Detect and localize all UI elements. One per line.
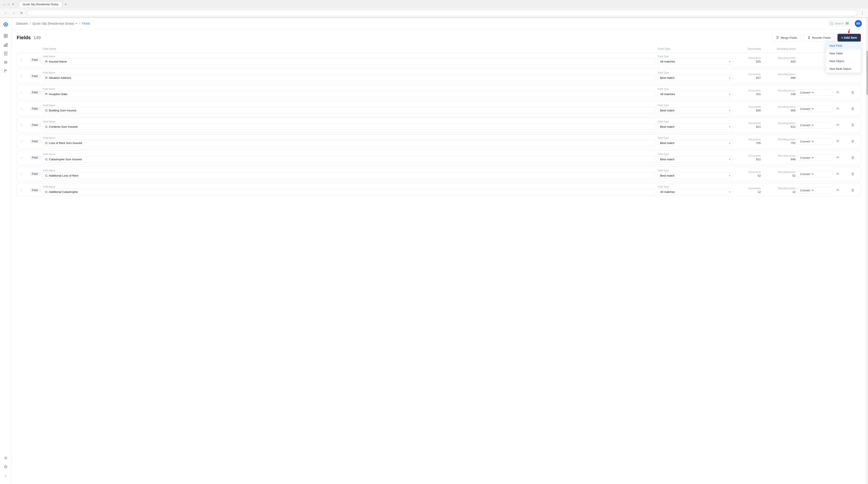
field-type-select[interactable]: Best matchAll matches (658, 74, 733, 81)
field-type-select[interactable]: Best matchAll matches (658, 156, 733, 162)
new-tab-button[interactable]: + (63, 2, 68, 7)
field-name-input[interactable] (43, 91, 656, 97)
close-button[interactable]: ✕ (11, 3, 14, 6)
field-name-col: Field Name (43, 55, 656, 65)
field-row: Field Field Name Field Type All matchesB… (17, 85, 861, 100)
convert-button[interactable]: Convert (797, 106, 833, 112)
avatar[interactable]: BB (855, 20, 862, 27)
forward-button[interactable]: → (10, 10, 17, 16)
convert-button[interactable]: Convert (797, 155, 833, 161)
field-name-input[interactable] (43, 140, 656, 146)
convert-button[interactable]: Convert (797, 138, 833, 145)
svg-point-54 (21, 189, 21, 190)
svg-point-29 (22, 77, 23, 77)
field-type-col: Field Type Best matchAll matches (658, 71, 733, 81)
reorder-fields-button[interactable]: Reorder Fields (804, 34, 835, 41)
delete-button[interactable]: 🗑 (849, 122, 856, 129)
field-type-select[interactable]: All matchesBest match (658, 189, 733, 195)
field-type-select[interactable]: All matchesBest match (658, 91, 733, 97)
field-type-select[interactable]: All matchesBest match (658, 58, 733, 65)
bounding-col: Bounding boxes 925 (763, 57, 796, 63)
dropdown-new-multi-object[interactable]: New Multi Object (826, 65, 861, 73)
address-bar[interactable] (26, 10, 858, 16)
sidebar-item-flag[interactable] (2, 67, 10, 75)
sidebar-item-list[interactable] (2, 58, 10, 66)
browser-chrome: — □ ✕ Quote Slip (Residential Strata) + … (0, 0, 868, 18)
dropdown-new-field[interactable]: New Field (826, 42, 861, 50)
merge-fields-button[interactable]: Merge Fields (772, 34, 801, 41)
search-bar[interactable]: Search ⌘/ (828, 21, 852, 26)
convert-button[interactable]: Convert (797, 171, 833, 177)
eye-button[interactable]: 👁 (834, 89, 841, 96)
delete-button[interactable]: 🗑 (849, 171, 856, 178)
search-label: Search (835, 22, 843, 25)
field-name-input[interactable] (43, 173, 656, 179)
drag-handle[interactable] (20, 107, 28, 111)
sidebar-item-settings[interactable] (2, 454, 10, 462)
field-tag: Field (30, 188, 41, 192)
eye-button[interactable]: 👁 (834, 122, 841, 129)
eye-button[interactable]: 👁 (834, 187, 841, 194)
convert-button[interactable]: Convert (797, 187, 833, 193)
field-name-input[interactable] (43, 189, 656, 195)
drag-handle[interactable] (20, 123, 28, 127)
field-name-input[interactable] (43, 124, 656, 130)
delete-button[interactable]: 🗑 (849, 105, 856, 112)
field-type-col: Field Type Best matchAll matches (658, 153, 733, 162)
eye-button[interactable]: 👁 (834, 138, 841, 145)
field-type-select[interactable]: Best matchAll matches (658, 140, 733, 146)
dropdown-new-object[interactable]: New Object (826, 57, 861, 65)
convert-label: Convert (800, 189, 810, 192)
active-tab[interactable]: Quote Slip (Residential Strata) (19, 1, 62, 7)
documents-value: 822 (734, 158, 761, 161)
add-item-button[interactable]: + Add Item (837, 34, 861, 41)
eye-button[interactable]: 👁 (834, 171, 841, 178)
drag-handle[interactable] (20, 140, 28, 143)
browser-menu-button[interactable]: ⋮ (859, 10, 865, 16)
page-count: 149 (33, 35, 41, 40)
sidebar-item-chart[interactable] (2, 41, 10, 49)
svg-point-31 (22, 92, 23, 92)
dropdown-new-table[interactable]: New Table (826, 50, 861, 57)
field-type-select[interactable]: Best matchAll matches (658, 173, 733, 179)
page-title: Fields (17, 35, 31, 40)
drag-handle[interactable] (20, 172, 28, 176)
minimize-button[interactable]: — (3, 3, 6, 6)
eye-button[interactable]: 👁 (834, 105, 841, 112)
sidebar-item-document[interactable] (2, 50, 10, 58)
field-type-select[interactable]: Best matchAll matches (658, 107, 733, 114)
field-tag: Field (30, 91, 41, 94)
scrollbar-thumb[interactable] (866, 51, 868, 95)
drag-handle[interactable] (20, 188, 28, 192)
documents-value: 705 (734, 141, 761, 145)
field-tag: Field (30, 156, 41, 160)
delete-button[interactable]: 🗑 (849, 187, 856, 194)
field-name-col: Field Name (43, 169, 656, 179)
convert-button[interactable]: Convert (797, 122, 833, 128)
drag-handle[interactable] (20, 156, 28, 159)
delete-button[interactable]: 🗑 (849, 89, 856, 96)
back-button[interactable]: ← (3, 10, 9, 16)
delete-button[interactable]: 🗑 (849, 154, 856, 161)
field-name-input[interactable] (43, 107, 656, 114)
sidebar-item-star[interactable] (2, 463, 10, 471)
breadcrumb-datasets[interactable]: Datasets (16, 22, 28, 25)
drag-handle[interactable] (20, 74, 28, 78)
field-name-input[interactable] (43, 58, 656, 65)
convert-button[interactable]: Convert (797, 89, 833, 96)
drag-handle[interactable] (20, 91, 28, 94)
field-name-input[interactable] (43, 156, 656, 162)
field-type-select-wrapper: All matchesBest match (658, 58, 733, 65)
field-type-select[interactable]: Best matchAll matches (658, 124, 733, 130)
field-name-input[interactable] (43, 74, 656, 81)
sidebar-item-grid[interactable] (2, 32, 10, 40)
field-row: Field Field Name Field Type Best matchAl… (17, 101, 861, 116)
eye-button[interactable]: 👁 (834, 154, 841, 161)
breadcrumb-quote-slip[interactable]: Quote Slip (Residential Strata) (32, 22, 78, 25)
maximize-button[interactable]: □ (7, 3, 10, 6)
drag-handle[interactable] (20, 58, 28, 62)
refresh-button[interactable]: ↻ (19, 10, 25, 16)
delete-button[interactable]: 🗑 (849, 138, 856, 145)
main-content: Datasets / Quote Slip (Residential Strat… (11, 18, 866, 484)
expand-sidebar-button[interactable]: » (2, 472, 10, 480)
